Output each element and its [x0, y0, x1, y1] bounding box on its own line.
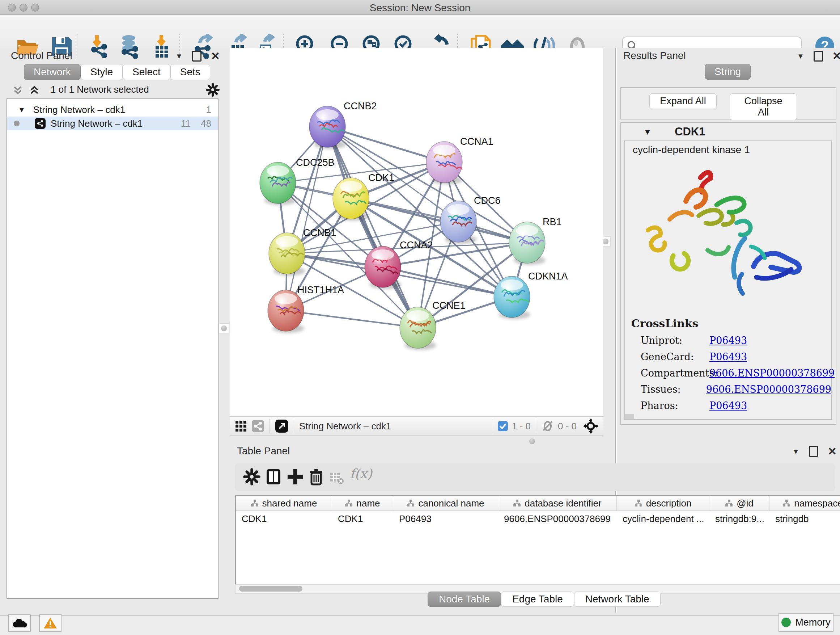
network-list-header: 1 of 1 Network selected: [7, 82, 217, 97]
column-header-name[interactable]: name: [332, 496, 393, 510]
table-cell[interactable]: P06493: [393, 511, 498, 526]
table-panel-float-icon[interactable]: ▼: [792, 448, 799, 456]
columns-icon[interactable]: [264, 468, 283, 486]
crosslinks-heading: CrossLinks: [631, 317, 831, 330]
column-header-shared-name[interactable]: shared name: [236, 496, 332, 510]
protein-name: CDK1: [675, 125, 705, 138]
column-header-@id[interactable]: @id: [709, 496, 769, 510]
expand-all-icon[interactable]: [11, 84, 24, 96]
crosslink-link[interactable]: 9606.ENSP00000378699: [706, 384, 831, 395]
birdseye-grid-icon[interactable]: [235, 420, 247, 432]
node-label-CCNA2: CCNA2: [400, 240, 433, 250]
import-database-icon[interactable]: [117, 34, 142, 60]
control-panel-maximize-icon[interactable]: [192, 51, 202, 62]
tab-sets[interactable]: Sets: [171, 64, 210, 80]
crosslink-link[interactable]: 9606.ENSP00000378699: [709, 367, 835, 379]
node-label-HIST1H1A: HIST1H1A: [297, 285, 344, 295]
delete-table-icon[interactable]: [330, 470, 344, 485]
open-in-new-icon[interactable]: [275, 419, 289, 433]
control-panel-float-icon[interactable]: ▼: [175, 52, 183, 60]
protein-collapse-icon[interactable]: ▼: [644, 127, 652, 137]
results-panel-maximize-icon[interactable]: [813, 51, 823, 62]
node-label-CCNB1: CCNB1: [303, 227, 336, 238]
crosslink-label: Tissues:: [641, 384, 706, 395]
import-table-icon[interactable]: [148, 34, 174, 60]
warning-button[interactable]: [39, 614, 62, 632]
import-network-icon[interactable]: [86, 34, 112, 60]
table-cell[interactable]: stringdb:9...: [709, 511, 769, 526]
table-header-row: shared namenamecanonical namedatabase id…: [236, 496, 840, 511]
crosslink-link[interactable]: P06493: [709, 351, 747, 363]
network-edge-CCNE1-HIST1H1A[interactable]: [286, 310, 418, 328]
table-cell[interactable]: stringdb: [769, 511, 840, 526]
crosslink-link[interactable]: P06493: [709, 335, 747, 346]
hidden-eye-icon[interactable]: [541, 420, 554, 432]
collapse-all-icon[interactable]: [28, 84, 41, 96]
expand-collapse-box: Expand All Collapse All: [621, 87, 836, 119]
left-splitter-handle[interactable]: [219, 323, 229, 333]
cloud-icon: [12, 618, 27, 628]
column-header-description[interactable]: description: [617, 496, 709, 510]
column-header-label: database identifier: [524, 498, 601, 509]
table-toolbar: f(x): [235, 463, 835, 491]
protein-description: cyclin-dependent kinase 1: [633, 144, 831, 156]
gear-icon[interactable]: [243, 468, 261, 486]
tab-node-table[interactable]: Node Table: [428, 592, 501, 607]
control-panel-close-icon[interactable]: ✕: [211, 52, 220, 60]
table-row[interactable]: CDK1CDK1P064939606.ENSP00000378699cyclin…: [236, 511, 840, 526]
tab-edge-table[interactable]: Edge Table: [501, 592, 574, 607]
table-cell[interactable]: CDK1: [236, 511, 332, 526]
tab-network-table[interactable]: Network Table: [574, 592, 660, 607]
network-node-CDC6[interactable]: CDC6: [440, 195, 501, 244]
memory-button[interactable]: Memory: [778, 613, 834, 632]
collapse-all-button[interactable]: Collapse All: [729, 93, 797, 120]
table-cell[interactable]: 9606.ENSP00000378699: [498, 511, 617, 526]
string-network-graph[interactable]: CCNB2CCNA1CDC25BCDK1CDC6RB1CCNB1CCNA2CDK…: [230, 48, 603, 416]
add-column-icon[interactable]: [286, 468, 304, 486]
column-type-icon: [635, 499, 643, 507]
tab-network[interactable]: Network: [24, 64, 81, 80]
tab-style[interactable]: Style: [81, 64, 123, 80]
column-header-label: name: [356, 498, 380, 509]
network-options-gear-icon[interactable]: [205, 82, 220, 97]
cloud-button[interactable]: [8, 614, 31, 632]
node-label-CDC6: CDC6: [474, 195, 501, 206]
selected-counts: 1 - 0: [512, 421, 531, 432]
hidden-counts: 0 - 0: [558, 421, 576, 432]
results-panel-float-icon[interactable]: ▼: [797, 52, 804, 60]
network-collection-row[interactable]: ▼ String Network – cdk1 1: [7, 103, 218, 117]
column-type-icon: [345, 499, 353, 507]
expand-all-button[interactable]: Expand All: [649, 93, 717, 109]
table-panel-title: Table Panel: [237, 445, 290, 457]
tab-string[interactable]: String: [705, 64, 751, 80]
network-edge-CCNB2-HIST1H1A[interactable]: [286, 127, 327, 310]
status-bar: Memory: [0, 616, 840, 635]
table-panel-close-icon[interactable]: ✕: [828, 447, 837, 456]
network-canvas[interactable]: CCNB2CCNA1CDC25BCDK1CDC6RB1CCNB1CCNA2CDK…: [230, 48, 603, 416]
network-view-title: String Network – cdk1: [299, 421, 391, 432]
table-hscrollbar-thumb[interactable]: [239, 586, 302, 592]
function-icon[interactable]: f(x): [350, 466, 372, 481]
crosslink-link[interactable]: P06493: [709, 400, 747, 411]
table-cell[interactable]: CDK1: [332, 511, 393, 526]
fit-content-crosshair-icon[interactable]: [583, 418, 598, 434]
network-node-RB1[interactable]: RB1: [509, 217, 562, 265]
crosslink-label: Compartments:: [641, 367, 709, 379]
crosslink-row: Uniprot:P06493: [641, 335, 831, 346]
tab-select[interactable]: Select: [123, 64, 171, 80]
column-header-database-identifier[interactable]: database identifier: [498, 496, 617, 510]
delete-icon[interactable]: [307, 468, 325, 486]
column-header-namespace[interactable]: namespace: [769, 496, 840, 510]
column-type-icon: [725, 499, 733, 507]
column-header-canonical-name[interactable]: canonical name: [393, 496, 498, 510]
selected-checkbox-icon[interactable]: [497, 421, 508, 432]
share-view-icon[interactable]: [251, 420, 264, 432]
collection-collapse-icon[interactable]: ▼: [18, 106, 25, 114]
network-edge-CCNB2-CCNE1[interactable]: [327, 127, 418, 328]
network-node-CDKN1A[interactable]: CDKN1A: [494, 271, 568, 319]
network-node-HIST1H1A[interactable]: HIST1H1A: [268, 285, 344, 333]
table-panel-maximize-icon[interactable]: [809, 446, 818, 457]
table-cell[interactable]: cyclin-dependent ...: [617, 511, 709, 526]
network-row-selected[interactable]: String Network – cdk1 11 48: [7, 117, 218, 130]
results-panel-close-icon[interactable]: ✕: [832, 52, 840, 60]
